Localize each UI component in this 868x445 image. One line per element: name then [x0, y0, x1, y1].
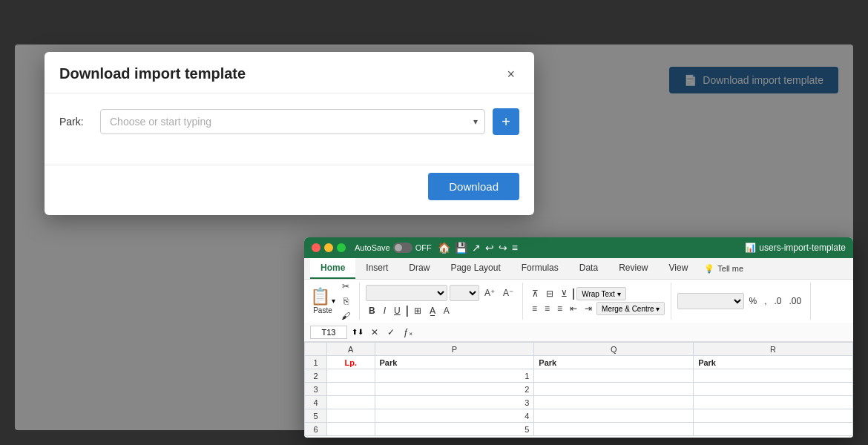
col-header-r[interactable]: R — [694, 343, 853, 356]
italic-button[interactable]: I — [381, 304, 389, 317]
merge-center-button[interactable]: Merge & Centre ▾ — [596, 302, 665, 315]
cell-q4[interactable] — [534, 396, 694, 409]
tab-insert[interactable]: Insert — [355, 258, 398, 279]
modal-close-button[interactable]: × — [502, 66, 519, 82]
format-painter-button[interactable]: 🖌 — [338, 309, 353, 323]
align-right-button[interactable]: ≡ — [554, 302, 565, 315]
cut-button[interactable]: ✂ — [338, 280, 353, 293]
align-top-button[interactable]: ⊼ — [529, 287, 542, 300]
formula-input[interactable] — [420, 327, 847, 337]
cell-p6[interactable]: 5 — [375, 423, 534, 436]
redo-icon[interactable]: ↪ — [499, 242, 507, 254]
align-center-button[interactable]: ≡ — [542, 302, 553, 315]
park-select-wrapper: Choose or start typing ▾ — [100, 109, 485, 134]
park-select[interactable]: Choose or start typing — [100, 109, 485, 134]
cell-p4[interactable]: 3 — [375, 396, 534, 409]
cell-r4[interactable] — [694, 396, 853, 409]
expand-icon[interactable]: ⬆⬇ — [352, 328, 364, 336]
spreadsheet-table: A P Q R 1 Lp. Park Park Park 2 1 — [304, 342, 853, 436]
cell-p3[interactable]: 2 — [375, 383, 534, 396]
bold-button[interactable]: B — [366, 304, 378, 317]
cell-r1[interactable]: Park — [694, 356, 853, 369]
confirm-formula-button[interactable]: ✓ — [384, 326, 398, 339]
borders-button[interactable]: ⊞ — [411, 304, 424, 317]
cell-p1[interactable]: Park — [375, 356, 534, 369]
tab-draw[interactable]: Draw — [398, 258, 440, 279]
tab-view[interactable]: View — [659, 258, 699, 279]
tab-page-layout[interactable]: Page Layout — [440, 258, 510, 279]
close-traffic-light[interactable] — [312, 243, 320, 252]
autosave-label: AutoSave — [355, 243, 390, 252]
dec-increase-button[interactable]: .0 — [771, 294, 784, 308]
cell-r6[interactable] — [694, 423, 853, 436]
comma-button[interactable]: , — [761, 294, 769, 308]
minimize-traffic-light[interactable] — [324, 243, 333, 252]
cell-p2[interactable]: 1 — [375, 369, 534, 383]
cell-q1[interactable]: Park — [534, 356, 694, 369]
tab-formulas[interactable]: Formulas — [511, 258, 569, 279]
cell-a3[interactable] — [327, 383, 375, 396]
cell-r5[interactable] — [694, 409, 853, 423]
spreadsheet-grid: A P Q R 1 Lp. Park Park Park 2 1 — [304, 342, 853, 436]
modal-header: Download import template × — [45, 52, 534, 93]
tab-home[interactable]: Home — [310, 258, 355, 279]
home-icon[interactable]: 🏠 — [438, 242, 450, 254]
font-family-select[interactable] — [366, 285, 447, 301]
excel-toolbar-icons: 🏠 💾 ↗ ↩ ↪ ≡ — [438, 242, 746, 254]
align-bottom-button[interactable]: ⊻ — [558, 287, 571, 300]
paste-icon-area: 📋 ▾ — [310, 289, 335, 305]
copy-button[interactable]: ⎘ — [338, 294, 353, 308]
save-icon[interactable]: 💾 — [455, 242, 467, 254]
cell-r2[interactable] — [694, 369, 853, 383]
download-button[interactable]: Download — [428, 173, 519, 200]
dec-decrease-button[interactable]: .00 — [786, 294, 804, 308]
wrap-text-button[interactable]: Wrap Text ▾ — [576, 287, 625, 300]
download-import-template-modal: Download import template × Park: Choose … — [45, 52, 534, 215]
cell-a1[interactable]: Lp. — [327, 356, 375, 369]
excel-file-icon: 📊 — [745, 243, 756, 253]
align-left-button[interactable]: ≡ — [529, 302, 540, 315]
fill-color-button[interactable]: A̲ — [427, 304, 438, 317]
cell-q5[interactable] — [534, 409, 694, 423]
number-format-select[interactable] — [677, 293, 744, 309]
maximize-traffic-light[interactable] — [337, 243, 346, 252]
cell-p5[interactable]: 4 — [375, 409, 534, 423]
add-park-button[interactable]: + — [493, 108, 519, 135]
formula-bar-icons: ✕ ✓ ƒₓ — [368, 326, 415, 339]
cell-a2[interactable] — [327, 369, 375, 383]
col-header-p[interactable]: P — [375, 343, 534, 356]
cell-q3[interactable] — [534, 383, 694, 396]
cell-a5[interactable] — [327, 409, 375, 423]
share-icon[interactable]: ↗ — [472, 242, 481, 254]
font-color-button[interactable]: A — [441, 304, 453, 317]
tab-review[interactable]: Review — [608, 258, 658, 279]
align-middle-button[interactable]: ⊟ — [543, 287, 556, 300]
tab-data[interactable]: Data — [569, 258, 608, 279]
indent-dec-button[interactable]: ⇤ — [567, 302, 580, 315]
col-header-q[interactable]: Q — [534, 343, 694, 356]
row-num-6: 6 — [305, 423, 327, 436]
undo-icon[interactable]: ↩ — [485, 242, 494, 254]
font-size-select[interactable] — [450, 285, 479, 301]
cell-a6[interactable] — [327, 423, 375, 436]
more-icon[interactable]: ≡ — [512, 242, 518, 254]
cell-a4[interactable] — [327, 396, 375, 409]
cell-r3[interactable] — [694, 383, 853, 396]
autosave-toggle[interactable] — [393, 243, 412, 253]
traffic-lights — [312, 243, 346, 252]
underline-button[interactable]: U — [391, 304, 404, 317]
insert-function-button[interactable]: ƒₓ — [401, 326, 415, 339]
decrease-font-button[interactable]: A⁻ — [500, 286, 516, 300]
tell-me-area[interactable]: 💡 Tell me — [704, 258, 743, 279]
percent-button[interactable]: % — [746, 294, 760, 308]
cell-q2[interactable] — [534, 369, 694, 383]
indent-inc-button[interactable]: ⇥ — [582, 302, 595, 315]
increase-font-button[interactable]: A⁺ — [481, 286, 498, 300]
paste-dropdown-icon[interactable]: ▾ — [332, 297, 335, 305]
col-header-a[interactable]: A — [327, 343, 375, 356]
park-form-row: Park: Choose or start typing ▾ + — [59, 108, 519, 135]
cancel-formula-button[interactable]: ✕ — [368, 326, 381, 339]
cell-q6[interactable] — [534, 423, 694, 436]
cell-reference-input[interactable] — [310, 326, 347, 339]
table-row: 1 Lp. Park Park Park — [305, 356, 853, 369]
